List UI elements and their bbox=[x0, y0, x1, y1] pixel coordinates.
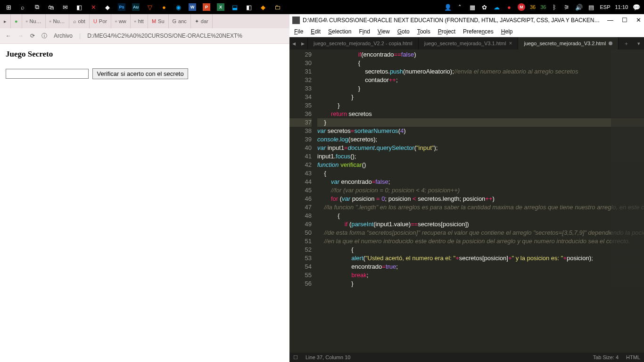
brave-icon[interactable]: ▽ bbox=[146, 3, 154, 11]
close-tab-icon[interactable]: × bbox=[509, 40, 512, 47]
taskbar-tray: 👤 ˄ ▦ ✿ ☁ ● M 36 36 ᛒ ⚞ 🔊 ▤ ESP 11:10 💬 bbox=[444, 3, 644, 11]
edge-icon[interactable]: ◉ bbox=[174, 3, 182, 11]
taskbar-left: ⊞ ⌕ ⧉ 🛍 ✉ ◧ ✕ ◆ Ps Au ▽ ● ◉ W P X ⬓ ◧ ◆ … bbox=[0, 3, 281, 11]
tab-nav-next[interactable]: ▸ bbox=[298, 37, 307, 49]
forward-icon[interactable]: → bbox=[18, 33, 24, 39]
search-icon[interactable]: ⌕ bbox=[19, 3, 26, 11]
language-indicator[interactable]: ESP bbox=[600, 4, 610, 10]
verify-button[interactable]: Verificar si acerto con el secreto bbox=[92, 68, 188, 79]
maximize-icon[interactable]: ☐ bbox=[622, 16, 627, 24]
sublime-app-icon bbox=[292, 16, 300, 24]
browser-tab[interactable]: ▫ ww bbox=[111, 14, 131, 28]
file-tab-active[interactable]: juego_secreto_mejorado_V3.2.html bbox=[518, 37, 619, 49]
file-tab[interactable]: juego_secreto_mejorado_V3.1.html× bbox=[419, 37, 519, 49]
photoshop-icon[interactable]: Ps bbox=[118, 3, 125, 11]
minimap[interactable] bbox=[611, 49, 644, 353]
browser-tab[interactable]: U Por bbox=[90, 14, 111, 28]
sublime-menubar: File Edit Selection Find View Goto Tools… bbox=[289, 26, 644, 37]
line-number-gutter: 2930313233343536373839404142434445464748… bbox=[289, 49, 315, 353]
wifi-icon[interactable]: ⚞ bbox=[563, 3, 570, 11]
app-icon[interactable]: ◧ bbox=[245, 3, 253, 11]
new-tab-icon[interactable]: ＋ bbox=[620, 37, 633, 49]
app-icon[interactable]: ◧ bbox=[75, 3, 83, 11]
app-icon[interactable]: ✕ bbox=[90, 3, 97, 11]
browser-tab[interactable]: ▫ Nu… bbox=[22, 14, 46, 28]
taskview-icon[interactable]: ⧉ bbox=[33, 3, 41, 11]
audition-icon[interactable]: Au bbox=[132, 3, 140, 11]
start-icon[interactable]: ⊞ bbox=[5, 3, 12, 11]
reload-icon[interactable]: ⟳ bbox=[30, 33, 35, 39]
volume-icon[interactable]: 🔊 bbox=[575, 3, 583, 11]
app-icon[interactable]: ◆ bbox=[104, 3, 111, 11]
url-text[interactable]: D:/MEG4/%C2%A0%20CURSOS/ONE-ORACLE%20NEX… bbox=[87, 33, 284, 39]
status-icon[interactable]: ☐ bbox=[293, 354, 298, 361]
cursor-position: Line 37, Column 10 bbox=[305, 354, 350, 360]
clock[interactable]: 11:10 bbox=[615, 4, 628, 10]
menu-help[interactable]: Help bbox=[501, 28, 513, 35]
file-tab[interactable]: juego_secreto_mejorado_V2.2 - copia.html bbox=[308, 37, 419, 49]
chevron-up-icon[interactable]: ˄ bbox=[456, 3, 464, 11]
menu-goto[interactable]: Goto bbox=[397, 28, 410, 35]
battery-icon[interactable]: ▤ bbox=[587, 3, 595, 11]
tab-nav-prev[interactable]: ◂ bbox=[289, 37, 298, 49]
url-prefix: Archivo bbox=[54, 33, 73, 39]
mail-icon[interactable]: ✉ bbox=[61, 3, 69, 11]
browser-window: ▸ ● ▫ Nu… ▫ Nu… ⌕ obt U Por ▫ ww ▫ htt M… bbox=[0, 14, 289, 362]
powerpoint-icon[interactable]: P bbox=[203, 3, 210, 11]
tab-size[interactable]: Tab Size: 4 bbox=[593, 354, 619, 360]
tab-menu-icon[interactable]: ▾ bbox=[634, 37, 644, 49]
tray-icon[interactable]: ✿ bbox=[481, 3, 488, 11]
sublime-statusbar: ☐ Line 37, Column 10 Tab Size: 4 HTML bbox=[289, 353, 644, 362]
onedrive-icon[interactable]: ☁ bbox=[493, 3, 501, 11]
browser-control[interactable]: ▸ bbox=[0, 14, 11, 28]
tray-icon[interactable]: ▦ bbox=[469, 3, 476, 11]
tray-badge: 36 bbox=[530, 4, 536, 10]
browser-tab[interactable]: M Su bbox=[148, 14, 169, 28]
code-content[interactable]: if(encontrado==false) { secretos.push(nu… bbox=[315, 49, 644, 353]
menu-selection[interactable]: Selection bbox=[328, 28, 351, 35]
editor-area[interactable]: 2930313233343536373839404142434445464748… bbox=[289, 49, 644, 353]
firefox-icon[interactable]: ● bbox=[160, 3, 168, 11]
file-icon: ⓘ bbox=[41, 32, 47, 40]
sublime-window: D:\MEG4\ CURSOS\ONE-ORACLE NEXT EDUCATIO… bbox=[289, 14, 644, 362]
browser-tab[interactable]: ✦ dar bbox=[191, 14, 213, 28]
browser-tab[interactable]: ▫ htt bbox=[131, 14, 148, 28]
browser-tab[interactable]: ▫ Nu… bbox=[46, 14, 69, 28]
guess-input[interactable] bbox=[6, 69, 89, 79]
browser-tab[interactable]: ● bbox=[11, 14, 22, 28]
menu-file[interactable]: File bbox=[294, 28, 303, 35]
bluetooth-icon[interactable]: ᛒ bbox=[551, 3, 558, 11]
browser-tab[interactable]: G anc bbox=[169, 14, 191, 28]
tray-icon[interactable]: ● bbox=[505, 3, 513, 11]
excel-icon[interactable]: X bbox=[217, 3, 224, 11]
back-icon[interactable]: ← bbox=[6, 33, 11, 39]
browser-tab[interactable]: ⌕ obt bbox=[69, 14, 90, 28]
menu-project[interactable]: Project bbox=[438, 28, 455, 35]
word-icon[interactable]: W bbox=[189, 3, 196, 11]
minimize-icon[interactable]: — bbox=[607, 16, 613, 24]
mega-icon[interactable]: M bbox=[518, 3, 525, 11]
menu-tools[interactable]: Tools bbox=[417, 28, 430, 35]
page-content: Juego Secreto Verificar si acerto con el… bbox=[0, 44, 289, 362]
close-icon[interactable]: ✕ bbox=[636, 16, 641, 24]
windows-taskbar: ⊞ ⌕ ⧉ 🛍 ✉ ◧ ✕ ◆ Ps Au ▽ ● ◉ W P X ⬓ ◧ ◆ … bbox=[0, 0, 644, 14]
tray-badge: 36 bbox=[540, 4, 546, 10]
syntax-mode[interactable]: HTML bbox=[626, 354, 640, 360]
menu-view[interactable]: View bbox=[378, 28, 390, 35]
sublime-file-tabs: ◂ ▸ juego_secreto_mejorado_V2.2 - copia.… bbox=[289, 37, 644, 49]
page-title: Juego Secreto bbox=[6, 49, 284, 59]
people-icon[interactable]: 👤 bbox=[444, 3, 452, 11]
explorer-icon[interactable]: 🗀 bbox=[273, 3, 281, 11]
store-icon[interactable]: 🛍 bbox=[47, 3, 55, 11]
browser-address-bar: ← → ⟳ ⓘ Archivo | D:/MEG4/%C2%A0%20CURSO… bbox=[0, 28, 289, 44]
notifications-icon[interactable]: 💬 bbox=[633, 3, 640, 11]
menu-preferences[interactable]: Preferences bbox=[463, 28, 494, 35]
menu-edit[interactable]: Edit bbox=[311, 28, 321, 35]
dirty-indicator-icon bbox=[609, 41, 612, 45]
vscode-icon[interactable]: ⬓ bbox=[231, 3, 239, 11]
window-title: D:\MEG4\ CURSOS\ONE-ORACLE NEXT EDUCATIO… bbox=[303, 17, 607, 24]
menu-find[interactable]: Find bbox=[359, 28, 370, 35]
sublime-titlebar: D:\MEG4\ CURSOS\ONE-ORACLE NEXT EDUCATIO… bbox=[289, 14, 644, 26]
sublime-icon[interactable]: ◆ bbox=[259, 3, 267, 11]
browser-tabstrip: ▸ ● ▫ Nu… ▫ Nu… ⌕ obt U Por ▫ ww ▫ htt M… bbox=[0, 14, 289, 28]
